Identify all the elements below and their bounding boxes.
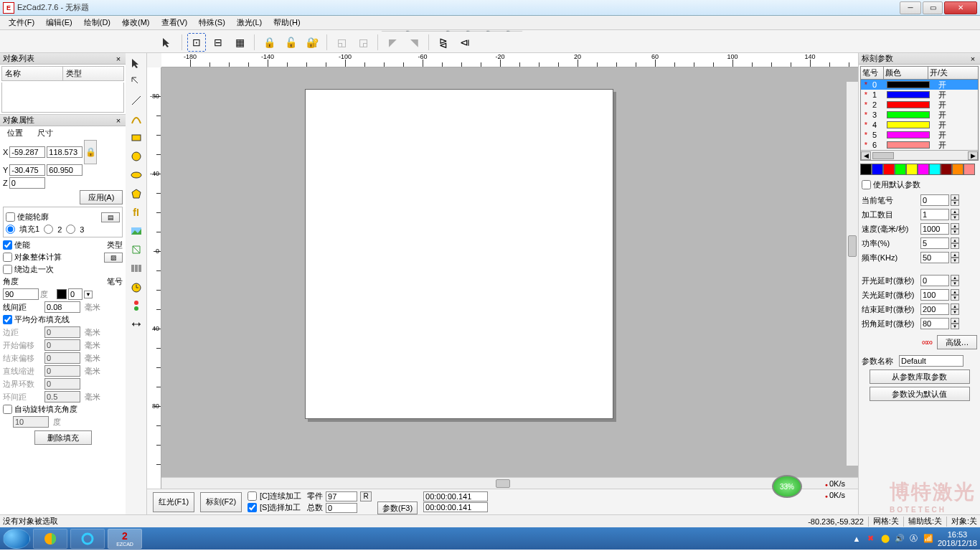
color-swatch[interactable] [895, 164, 906, 175]
ungroup-icon[interactable]: ⊟ [209, 33, 227, 52]
unlock-icon[interactable]: 🔓 [281, 33, 300, 52]
circle-tool-icon[interactable] [128, 148, 145, 165]
scrollbar-vertical[interactable] [847, 82, 858, 466]
pen-row[interactable]: *2开 [861, 100, 978, 110]
red-light-button[interactable]: 红光(F1) [153, 492, 194, 512]
outline-pattern-button[interactable]: ▤ [101, 212, 120, 222]
pen-row[interactable]: *3开 [861, 110, 978, 120]
start-button[interactable] [3, 529, 30, 549]
tray-a-icon[interactable]: Ⓐ [909, 534, 919, 544]
panel-close-icon[interactable]: × [969, 55, 977, 63]
color-swatch[interactable] [941, 164, 952, 175]
pen-row[interactable]: *6开 [861, 140, 978, 150]
z-input[interactable] [9, 177, 45, 189]
line-space-input[interactable] [44, 301, 80, 313]
workspace[interactable] [305, 89, 613, 419]
power-input[interactable] [920, 237, 949, 249]
image-tool-icon[interactable] [128, 222, 145, 240]
menu-help[interactable]: 帮助(H) [268, 16, 306, 29]
clock[interactable]: 16:532018/12/18 [938, 530, 977, 547]
menu-view[interactable]: 查看(V) [156, 16, 194, 29]
canvas[interactable] [161, 67, 858, 477]
node-tool-icon[interactable] [128, 73, 145, 90]
continuous-check[interactable] [248, 491, 257, 501]
objlist-col-type[interactable]: 类型 [63, 67, 123, 80]
on-delay-input[interactable] [920, 275, 949, 286]
pen-row[interactable]: *1开 [861, 90, 978, 100]
close-button[interactable]: ✕ [944, 1, 977, 14]
task-ezcad[interactable]: 2EZCAD [108, 529, 142, 549]
line-tool-icon[interactable] [128, 92, 145, 109]
y-input[interactable] [9, 164, 45, 176]
lock-icon[interactable]: 🔒 [84, 140, 97, 164]
mirror-h-icon[interactable]: ⧎ [434, 33, 453, 52]
color-swatch[interactable] [872, 164, 883, 175]
avg-fill-check[interactable] [3, 315, 12, 324]
menu-laser[interactable]: 激光(L) [231, 16, 268, 29]
around-once-check[interactable] [3, 265, 12, 274]
scrollbar-horizontal[interactable] [161, 477, 858, 489]
mirror-v-icon[interactable]: ⧏ [456, 33, 474, 52]
select-check[interactable] [248, 503, 257, 512]
rect-tool-icon[interactable] [128, 129, 145, 146]
cur-pen-input[interactable] [920, 194, 949, 206]
speed-input[interactable] [920, 223, 949, 235]
pen-row[interactable]: *4开 [861, 120, 978, 130]
pen-row[interactable]: *0开 [861, 80, 978, 90]
fill1-radio[interactable] [6, 225, 15, 234]
ellipse-tool-icon[interactable] [128, 166, 145, 184]
end-delay-input[interactable] [920, 303, 949, 315]
layer-up-icon[interactable]: ◱ [332, 33, 351, 52]
select-tool-icon[interactable] [128, 55, 145, 72]
menu-special[interactable]: 特殊(S) [193, 16, 231, 29]
color-swatch[interactable] [963, 164, 975, 175]
selall-icon[interactable]: ▦ [230, 33, 249, 52]
set-default-button[interactable]: 参数设为默认值 [870, 387, 970, 401]
color-swatch[interactable] [952, 164, 963, 175]
angle-input[interactable] [3, 288, 39, 300]
fill-type-button[interactable]: ▨ [104, 253, 123, 263]
freq-input[interactable] [920, 252, 949, 263]
task-ie[interactable] [70, 529, 105, 549]
apply-button[interactable]: 应用(A) [80, 190, 123, 204]
w-input[interactable] [47, 146, 83, 158]
enable-check[interactable] [3, 240, 12, 250]
count-input[interactable] [920, 209, 949, 220]
tray-flag-icon[interactable]: ▲ [852, 534, 862, 544]
fill3-radio[interactable] [66, 225, 75, 234]
io-tool-icon[interactable] [128, 297, 145, 314]
pen-color-swatch[interactable] [57, 289, 67, 299]
lock-icon[interactable]: 🔒 [260, 33, 278, 52]
flag2-icon[interactable]: ◥ [405, 33, 423, 52]
timer-tool-icon[interactable] [128, 278, 145, 296]
dropdown-icon[interactable]: ▼ [84, 291, 93, 298]
menu-modify[interactable]: 修改(M) [116, 16, 156, 29]
param-name-input[interactable] [899, 355, 963, 367]
reset-parts-button[interactable]: R [360, 491, 372, 501]
barcode-tool-icon[interactable] [128, 260, 145, 277]
tray-shield-icon[interactable]: ✖ [866, 534, 876, 544]
maximize-button[interactable]: ▭ [923, 1, 943, 14]
auto-rotate-check[interactable] [3, 405, 12, 414]
menu-draw[interactable]: 绘制(D) [78, 16, 116, 29]
panel-close-icon[interactable]: × [114, 116, 123, 125]
object-whole-check[interactable] [3, 253, 12, 262]
lock2-icon[interactable]: 🔐 [303, 33, 321, 52]
objlist-col-name[interactable]: 名称 [2, 67, 63, 80]
tray-vol-icon[interactable]: 🔊 [895, 534, 905, 544]
polygon-tool-icon[interactable] [128, 185, 145, 202]
panel-close-icon[interactable]: × [114, 55, 123, 63]
menu-file[interactable]: 文件(F) [3, 16, 40, 29]
vector-tool-icon[interactable] [128, 241, 145, 258]
enable-outline-check[interactable] [6, 212, 15, 222]
layer-down-icon[interactable]: ◲ [354, 33, 372, 52]
curve-tool-icon[interactable] [128, 110, 145, 128]
x-input[interactable] [9, 146, 45, 158]
color-swatch[interactable] [918, 164, 929, 175]
pen-input[interactable] [68, 288, 83, 300]
tray-net-icon[interactable]: ⬤ [880, 534, 890, 544]
advanced-button[interactable]: 高级… [937, 335, 977, 349]
flag1-icon[interactable]: ◤ [383, 33, 402, 52]
object-list-body[interactable] [1, 83, 124, 113]
color-swatch[interactable] [860, 164, 872, 175]
